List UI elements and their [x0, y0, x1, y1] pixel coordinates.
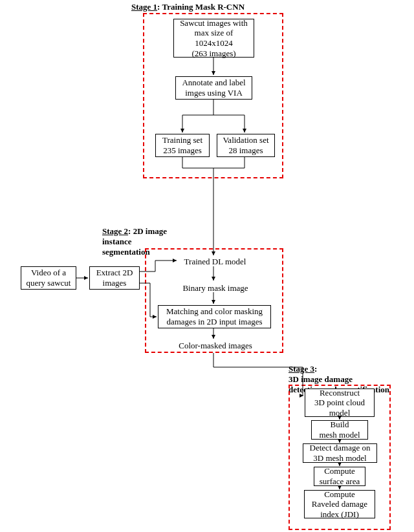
box-surface: Compute surface area	[314, 467, 365, 486]
box-train-set: Training set 235 images	[155, 134, 210, 157]
stage3-prefix: Stage 3	[289, 364, 314, 374]
box-extract: Extract 2D images	[89, 266, 140, 290]
txt-binary-mask: Binary mask image	[177, 283, 254, 293]
box-matching: Matching and color masking damages in 2D…	[158, 305, 271, 328]
box-detect3d: Detect damage on 3D mesh model	[303, 443, 377, 463]
stage1-prefix: Stage 1	[131, 2, 157, 12]
box-video: Video of a query sawcut	[21, 266, 76, 290]
box-sawcut: Sawcut images with max size of 1024x1024…	[173, 19, 254, 58]
box-annotate: Annotate and label imges using VIA	[175, 76, 252, 100]
stage1-title: Stage 1: Training Mask R-CNN	[131, 2, 245, 12]
box-reconstruct: Reconstruct 3D point cloud model	[305, 388, 375, 417]
stage1-rest: : Training Mask R-CNN	[157, 2, 245, 12]
box-jdi: Compute Raveled damage index (JDI)	[304, 490, 375, 518]
box-mesh: Build mesh model	[311, 420, 368, 440]
txt-color-masked: Color-masked images	[173, 341, 257, 351]
txt-trained-model: Trained DL model	[178, 257, 252, 267]
stage2-prefix: Stage 2	[102, 226, 128, 236]
box-valid-set: Validation set 28 images	[217, 134, 275, 157]
